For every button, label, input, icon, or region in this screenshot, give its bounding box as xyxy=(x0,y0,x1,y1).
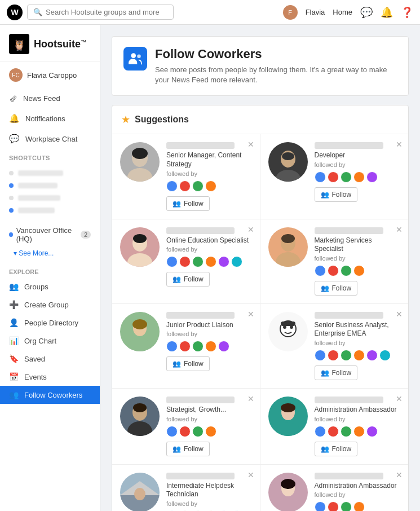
person-card-inner: Administration Ambassador followed by 👥 … xyxy=(268,473,401,511)
follower-avatar xyxy=(315,171,326,183)
person-name-blur xyxy=(315,312,383,319)
person-title: Junior Product Liaison xyxy=(166,321,252,330)
person-followed-by: followed by xyxy=(315,491,401,498)
sidebar-item-news-feed[interactable]: 🗞 News Feed xyxy=(0,89,100,108)
sidebar-item-label: Create Group xyxy=(24,301,69,309)
follow-coworkers-icon xyxy=(128,51,143,66)
follower-avatar xyxy=(315,265,326,276)
follow-button[interactable]: 👥 Follow xyxy=(315,365,358,380)
close-button[interactable]: ✕ xyxy=(396,310,403,319)
messages-icon[interactable]: 💬 xyxy=(360,6,373,19)
person-card-inner: Developer followed by 👥 Follow xyxy=(268,142,401,202)
notifications-icon[interactable]: 🔔 xyxy=(381,6,393,19)
close-button[interactable]: ✕ xyxy=(247,310,254,319)
close-button[interactable]: ✕ xyxy=(396,225,403,234)
person-info: Administration Ambassador followed by 👥 … xyxy=(315,397,401,456)
person-card: ✕ Intermediate Helpdesk Technician follo… xyxy=(112,465,260,511)
follow-button-label: Follow xyxy=(332,369,352,377)
sidebar-item-events[interactable]: 📅 Events xyxy=(0,368,100,386)
sidebar-explore-title: Explore xyxy=(0,264,100,277)
follow-button-icon: 👥 xyxy=(173,200,181,208)
person-title: Developer xyxy=(315,151,401,160)
follower-avatar xyxy=(315,501,326,511)
follower-avatar xyxy=(341,426,352,437)
person-avatar xyxy=(120,473,160,511)
sidebar-item-people-directory[interactable]: 👤 People Directory xyxy=(0,314,100,332)
search-input[interactable] xyxy=(46,8,167,16)
follower-avatar xyxy=(205,180,216,192)
person-card: ✕ Marketing Services Specialist followed… xyxy=(260,219,409,304)
sidebar-see-more[interactable]: See More... xyxy=(0,247,100,262)
follow-button[interactable]: 👥 Follow xyxy=(166,196,210,211)
star-icon: ★ xyxy=(121,113,130,126)
follow-button-label: Follow xyxy=(332,191,352,199)
sidebar-item-follow-coworkers[interactable]: 👥 Follow Coworkers xyxy=(0,386,100,404)
sidebar-item-create-group[interactable]: ➕ Create Group xyxy=(0,296,100,314)
follow-button-icon: 👥 xyxy=(173,275,181,283)
close-button[interactable]: ✕ xyxy=(247,470,254,479)
sidebar-item-label: People Directory xyxy=(24,319,78,327)
follower-avatar xyxy=(179,341,191,352)
follower-avatar xyxy=(166,256,178,267)
person-followers xyxy=(315,265,401,276)
sidebar: 🦉 Hootsuite™ FC Flavia Caroppo 🗞 News Fe… xyxy=(0,25,100,511)
sidebar-item-notifications[interactable]: 🔔 Notifications xyxy=(0,108,100,129)
follow-button-icon: 👥 xyxy=(321,191,329,199)
person-name-blur xyxy=(166,473,235,479)
person-avatar xyxy=(268,312,308,351)
person-card: ✕ Administration Ambassador followed by … xyxy=(260,465,409,511)
follow-button[interactable]: 👥 Follow xyxy=(315,281,358,296)
close-button[interactable]: ✕ xyxy=(396,394,403,403)
sidebar-office-header[interactable]: Vancouver Office (HQ) 2 xyxy=(0,222,100,247)
svg-point-11 xyxy=(282,152,294,160)
person-name-blur xyxy=(166,312,235,319)
follower-avatar xyxy=(328,350,339,361)
nav-home-link[interactable]: Home xyxy=(333,8,352,16)
person-followers xyxy=(166,426,252,437)
sidebar-item-label: Groups xyxy=(24,283,48,291)
office-dot xyxy=(9,232,13,237)
follow-button-label: Follow xyxy=(184,445,204,453)
svg-point-23 xyxy=(132,319,147,329)
help-icon[interactable]: ❓ xyxy=(401,6,413,19)
svg-point-44 xyxy=(281,479,295,489)
close-button[interactable]: ✕ xyxy=(396,140,403,149)
main-content: Follow Coworkers See more posts from peo… xyxy=(100,25,420,511)
follow-button[interactable]: 👥 Follow xyxy=(166,272,210,287)
follow-button[interactable]: 👥 Follow xyxy=(315,187,358,202)
close-button[interactable]: ✕ xyxy=(247,225,254,234)
close-button[interactable]: ✕ xyxy=(247,140,254,149)
svg-point-40 xyxy=(134,488,145,500)
follow-button[interactable]: 👥 Follow xyxy=(166,442,210,456)
follow-button-label: Follow xyxy=(332,445,352,453)
follower-avatar xyxy=(366,350,378,361)
shortcuts-section-title: Shortcuts xyxy=(0,149,100,164)
close-button[interactable]: ✕ xyxy=(247,394,254,403)
sidebar-item-org-chart[interactable]: 📊 Org Chart xyxy=(0,332,100,350)
follower-avatar xyxy=(179,426,191,437)
follower-avatar xyxy=(192,341,204,352)
sidebar-item-groups[interactable]: 👥 Groups xyxy=(0,277,100,296)
close-button[interactable]: ✕ xyxy=(396,470,403,479)
follow-button[interactable]: 👥 Follow xyxy=(166,356,210,371)
nav-user-avatar: F xyxy=(283,5,298,20)
person-followers xyxy=(315,350,401,361)
sidebar-item-workplace-chat[interactable]: 💬 Workplace Chat xyxy=(0,129,100,149)
follower-avatar xyxy=(341,171,352,183)
person-title: Senior Business Analyst, Enterprise EMEA xyxy=(315,321,401,338)
svg-point-3 xyxy=(137,54,141,58)
person-card-inner: Administration Ambassador followed by 👥 … xyxy=(268,397,401,456)
hootsuite-owl-icon: 🦉 xyxy=(9,34,29,54)
person-info: Strategist, Growth... followed by 👥 Foll… xyxy=(166,397,252,456)
follow-button[interactable]: 👥 Follow xyxy=(315,442,358,456)
person-avatar xyxy=(268,397,308,436)
sidebar-user[interactable]: FC Flavia Caroppo xyxy=(0,61,100,89)
sidebar-item-saved[interactable]: 🔖 Saved xyxy=(0,350,100,368)
person-followers xyxy=(315,171,401,183)
person-followed-by: followed by xyxy=(315,161,401,168)
person-name-blur xyxy=(315,397,383,403)
nav-username: Flavia xyxy=(306,8,325,16)
sidebar-logo-text: Hootsuite™ xyxy=(34,38,86,50)
person-card-inner: Strategist, Growth... followed by 👥 Foll… xyxy=(120,397,252,456)
search-bar[interactable]: 🔍 xyxy=(27,5,174,20)
